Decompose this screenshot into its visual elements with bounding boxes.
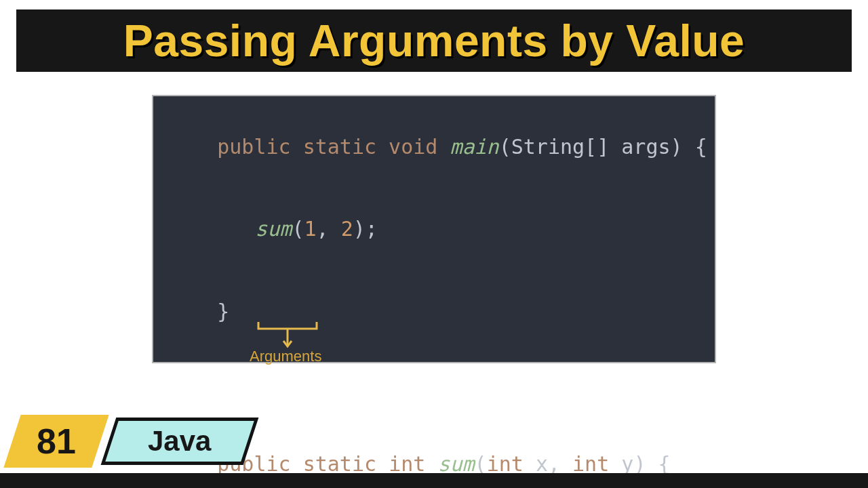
paren: ( xyxy=(292,217,304,241)
language-badge: Java xyxy=(101,418,259,465)
keyword: int xyxy=(572,452,621,476)
paren: ); xyxy=(353,217,378,241)
code-line-sum-call: sum(1, 2); xyxy=(168,188,700,271)
literal: 2 xyxy=(341,217,353,241)
param: y xyxy=(621,452,633,476)
lesson-number: 81 xyxy=(37,421,76,462)
keyword: int xyxy=(487,452,536,476)
language-label: Java xyxy=(148,425,211,458)
function-name: main xyxy=(450,135,498,159)
lesson-number-badge: 81 xyxy=(3,415,108,468)
param: x xyxy=(536,452,548,476)
comma: , xyxy=(317,217,341,241)
keyword: public static void xyxy=(217,135,450,159)
page-title: Passing Arguments by Value xyxy=(123,15,745,66)
code-block: public static void main(String[] args) {… xyxy=(152,95,716,363)
footer-bar xyxy=(0,473,868,488)
function-call: sum xyxy=(255,217,292,241)
function-name: sum xyxy=(437,452,474,476)
annotation-row-arguments: Arguments xyxy=(168,353,700,388)
paren: ) { xyxy=(633,452,670,476)
code-line-brace: } xyxy=(168,270,700,353)
comma: , xyxy=(548,452,572,476)
annotation-arguments: Arguments xyxy=(250,346,321,367)
paren: ( xyxy=(475,452,487,476)
keyword: int xyxy=(389,452,437,476)
literal: 1 xyxy=(304,217,317,241)
code-line-main-sig: public static void main(String[] args) { xyxy=(168,106,700,188)
code-text: (String[] args) { xyxy=(499,135,707,159)
brace: } xyxy=(217,300,229,323)
title-banner: Passing Arguments by Value xyxy=(16,9,852,72)
